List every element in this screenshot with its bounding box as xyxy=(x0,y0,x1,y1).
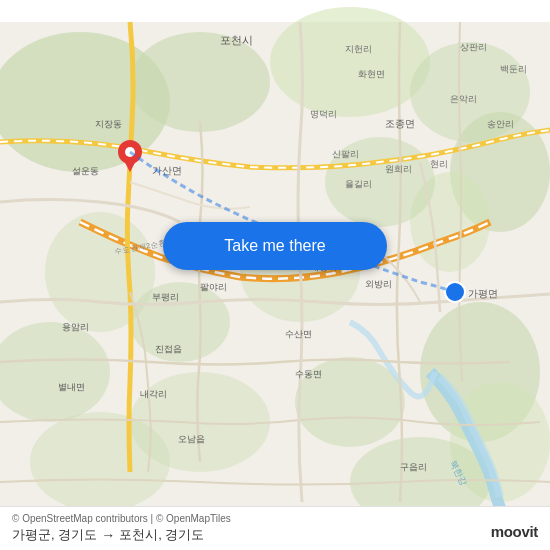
svg-text:오남읍: 오남읍 xyxy=(178,434,205,444)
route-info: 가평군, 경기도 → 포천시, 경기도 xyxy=(12,526,231,544)
svg-text:은악리: 은악리 xyxy=(450,94,477,104)
svg-text:부평리: 부평리 xyxy=(152,292,179,302)
map-background: 포천시 지헌리 화현면 상판리 백둔리 은악리 송안리 지장동 설운동 가산면 … xyxy=(0,0,550,550)
route-destination: 포천시, 경기도 xyxy=(119,526,204,544)
svg-text:화현면: 화현면 xyxy=(358,69,385,79)
svg-text:가평면: 가평면 xyxy=(468,288,498,299)
svg-text:명덕리: 명덕리 xyxy=(310,109,337,119)
svg-text:진접읍: 진접읍 xyxy=(155,344,182,354)
map-container: 포천시 지헌리 화현면 상판리 백둔리 은악리 송안리 지장동 설운동 가산면 … xyxy=(0,0,550,550)
attribution-text: © OpenStreetMap contributors | © OpenMap… xyxy=(12,513,231,524)
route-origin: 가평군, 경기도 xyxy=(12,526,97,544)
moovit-text: moovit xyxy=(491,523,538,540)
svg-text:내각리: 내각리 xyxy=(140,389,167,399)
svg-text:현리: 현리 xyxy=(430,159,448,169)
moovit-logo: moovit xyxy=(491,523,538,540)
svg-text:상판리: 상판리 xyxy=(460,42,487,52)
svg-text:송안리: 송안리 xyxy=(487,119,514,129)
svg-text:설운동: 설운동 xyxy=(72,166,99,176)
svg-text:용암리: 용암리 xyxy=(62,322,89,332)
route-arrow: → xyxy=(101,527,115,543)
svg-text:신팔리: 신팔리 xyxy=(332,149,359,159)
svg-text:별내면: 별내면 xyxy=(58,382,85,392)
take-me-there-button[interactable]: Take me there xyxy=(163,222,387,270)
svg-text:율길리: 율길리 xyxy=(345,179,372,189)
svg-text:조종면: 조종면 xyxy=(385,118,415,129)
svg-text:수동면: 수동면 xyxy=(295,369,322,379)
svg-text:팔야리: 팔야리 xyxy=(200,282,227,292)
svg-point-3 xyxy=(270,7,430,117)
svg-text:구읍리: 구읍리 xyxy=(400,462,427,472)
svg-text:원희리: 원희리 xyxy=(385,164,412,174)
svg-text:외방리: 외방리 xyxy=(365,279,392,289)
svg-point-2 xyxy=(130,32,270,132)
svg-text:백둔리: 백둔리 xyxy=(500,64,527,74)
attribution-bar: © OpenStreetMap contributors | © OpenMap… xyxy=(0,506,550,550)
svg-text:지헌리: 지헌리 xyxy=(345,44,372,54)
svg-text:수산면: 수산면 xyxy=(285,329,312,339)
svg-text:포천시: 포천시 xyxy=(220,34,253,46)
svg-text:지장동: 지장동 xyxy=(95,119,122,129)
